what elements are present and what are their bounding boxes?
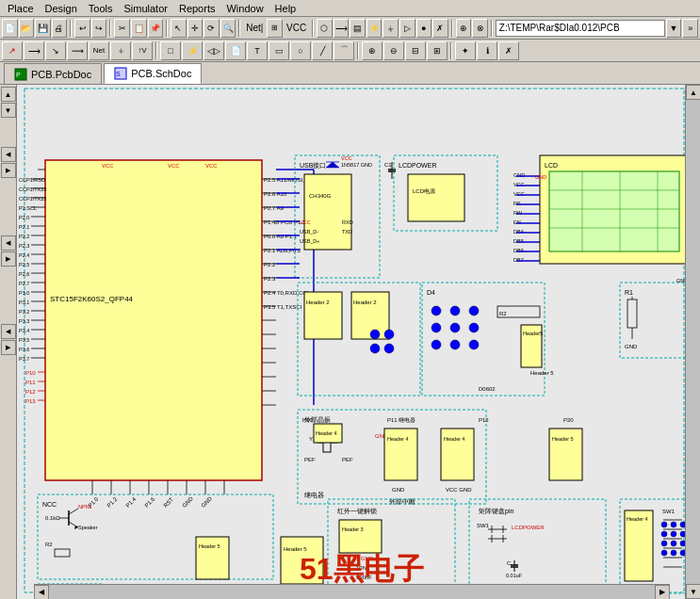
copy-btn[interactable]: 📋 [131, 19, 147, 38]
left-btn-1[interactable]: ▲ [1, 87, 16, 102]
svg-text:DB4: DB4 [513, 229, 524, 235]
select-btn[interactable]: ↖ [171, 19, 187, 38]
rotate-btn[interactable]: ⟳ [203, 19, 220, 38]
vcc2-tool[interactable]: ↑V [132, 41, 153, 60]
gnd-btn[interactable]: ⏚ [383, 19, 399, 38]
sep1 [70, 20, 72, 37]
tab-pcbdoc[interactable]: P PCB.PcbDoc [4, 63, 102, 84]
schematic-canvas[interactable]: STC15F2K60S2_QFP44 [17, 85, 685, 599]
place-bezier[interactable]: ⌒ [334, 41, 354, 60]
bus-btn[interactable]: ▤ [350, 19, 366, 38]
netlabel-tool[interactable]: Net [89, 41, 109, 60]
net-btn[interactable]: ⊞ [267, 19, 283, 38]
power-btn[interactable]: ⚡ [366, 19, 383, 38]
save-btn[interactable]: 💾 [35, 19, 51, 38]
left-btn-6[interactable]: ▶ [1, 340, 16, 355]
svg-text:Header 4: Header 4 [627, 516, 648, 522]
menu-place[interactable]: Place [2, 2, 40, 15]
move-btn[interactable]: ✛ [187, 19, 203, 38]
scroll-down-btn[interactable]: ▼ [686, 584, 700, 599]
menubar: Place Design Tools Simulator Reports Win… [0, 0, 700, 17]
menu-tools[interactable]: Tools [83, 2, 119, 15]
junction-btn[interactable]: ● [416, 19, 432, 38]
svg-text:P2.1: P2.1 [19, 224, 29, 230]
new-btn[interactable]: 📄 [2, 19, 18, 38]
print-btn[interactable]: 🖨 [52, 19, 68, 38]
svg-text:P: P [16, 72, 21, 78]
scroll-track[interactable] [49, 585, 655, 600]
left-btn-3[interactable]: ◀ [1, 235, 16, 251]
place-ellipse[interactable]: ○ [290, 41, 311, 60]
menu-reports[interactable]: Reports [173, 2, 221, 15]
zoom-in-tool[interactable]: ⊕ [362, 41, 383, 60]
scroll-up-btn[interactable]: ▲ [686, 85, 700, 100]
vscroll-track[interactable] [686, 100, 700, 584]
bus-tool[interactable]: ⟶ [24, 41, 44, 60]
extra1-btn[interactable]: ⊕ [456, 19, 472, 38]
sep10 [450, 42, 452, 59]
svg-point-245 [661, 522, 667, 527]
open-btn[interactable]: 📂 [19, 19, 35, 38]
menu-design[interactable]: Design [40, 2, 83, 15]
zoom-btn[interactable]: 🔍 [220, 19, 236, 38]
redo-btn[interactable]: ↪ [91, 19, 107, 38]
svg-point-159 [469, 323, 479, 332]
left-btn-4[interactable]: ▶ [1, 251, 16, 267]
cut-btn[interactable]: ✂ [114, 19, 130, 38]
place-pwr[interactable]: ⚡ [182, 41, 203, 60]
browse-btn[interactable]: ▼ [666, 19, 682, 38]
svg-text:VCC: VCC [513, 191, 525, 197]
left-arrow-up[interactable]: ◀ [1, 147, 16, 162]
place-rect[interactable]: ▭ [269, 41, 289, 60]
cross-probe[interactable]: ✦ [455, 41, 476, 60]
clear-tool[interactable]: ✗ [498, 41, 519, 60]
svg-text:Header 4: Header 4 [444, 436, 465, 442]
svg-text:P2.5: P2.5 [19, 262, 29, 267]
left-btn-5[interactable]: ◀ [1, 324, 16, 339]
svg-text:LCDPOWER: LCDPOWER [399, 162, 436, 169]
noerc-btn[interactable]: ✗ [432, 19, 448, 38]
left-arrow-down[interactable]: ▶ [1, 163, 16, 178]
place-comp[interactable]: □ [160, 41, 181, 60]
port-btn[interactable]: ▷ [399, 19, 415, 38]
menu-simulator[interactable]: Simulator [118, 2, 172, 15]
svg-text:USB_D-: USB_D- [300, 229, 318, 235]
place-port[interactable]: ◁▷ [203, 41, 224, 60]
svg-point-253 [680, 541, 685, 546]
menu-window[interactable]: Window [220, 2, 269, 15]
svg-point-246 [671, 522, 676, 527]
tab-pcbdoc-label: PCB.PcbDoc [31, 69, 91, 80]
svg-text:外部中断: 外部中断 [389, 498, 415, 505]
zoom-out-tool[interactable]: ⊖ [383, 41, 404, 60]
svg-point-149 [384, 330, 394, 339]
gnd2-tool[interactable]: ⏚ [110, 41, 131, 60]
paste-btn[interactable]: 📌 [148, 19, 164, 38]
left-btn-2[interactable]: ▼ [1, 103, 16, 118]
info-tool[interactable]: ℹ [477, 41, 497, 60]
svg-text:VCC GND: VCC GND [446, 487, 472, 493]
wire-btn[interactable]: ⟶ [334, 19, 350, 38]
svg-text:CCP1/RSO: CCP1/RSO [19, 177, 46, 183]
scroll-left-btn[interactable]: ◀ [34, 585, 49, 600]
component-btn[interactable]: ⬡ [317, 19, 333, 38]
svg-text:Header 5: Header 5 [199, 543, 220, 549]
tab-schdoc[interactable]: S PCB.SchDoc [104, 63, 202, 84]
svg-rect-214 [339, 520, 382, 553]
place-line[interactable]: ╱ [312, 41, 333, 60]
place-text[interactable]: T [247, 41, 268, 60]
wire-tool[interactable]: ↗ [2, 41, 23, 60]
more-btn[interactable]: » [682, 19, 698, 38]
zoom-fit-tool[interactable]: ⊟ [405, 41, 426, 60]
place-sheet[interactable]: 📄 [225, 41, 246, 60]
svg-text:1N5817 GND: 1N5817 GND [341, 162, 372, 168]
undo-btn[interactable]: ↩ [74, 19, 90, 38]
netline-tool[interactable]: ⟿ [67, 41, 88, 60]
svg-text:51黑电子: 51黑电子 [300, 552, 424, 586]
menu-help[interactable]: Help [269, 2, 302, 15]
svg-text:STC15F2K60S2_QFP44: STC15F2K60S2_QFP44 [50, 295, 134, 303]
scroll-right-btn[interactable]: ▶ [655, 585, 670, 600]
extra2-btn[interactable]: ⊗ [472, 19, 488, 38]
zoom-area-tool[interactable]: ⊞ [427, 41, 448, 60]
busentry-tool[interactable]: ↘ [45, 41, 66, 60]
svg-text:USB接口: USB接口 [300, 162, 326, 169]
